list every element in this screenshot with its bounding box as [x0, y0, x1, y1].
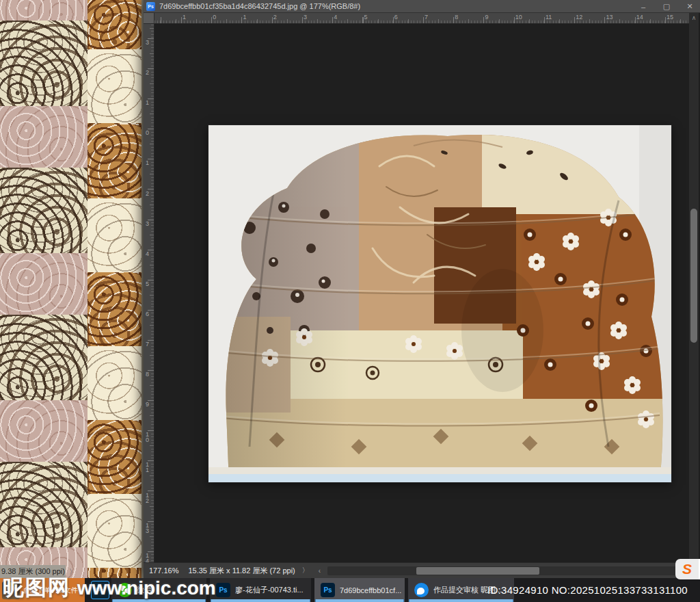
pattern-patch [88, 123, 142, 198]
sogou-s-icon: S [682, 561, 692, 577]
h-ruler-number: 8 [455, 14, 458, 21]
background-statusbar: 9.38 厘米 (300 ppi) 〉 [0, 565, 66, 578]
status-chevron-icon[interactable]: 〉 [302, 566, 309, 575]
psd-file-icon: Ps [146, 2, 155, 11]
v-ruler-number: 1 [146, 160, 149, 166]
v-ruler-number: 1 3 [146, 523, 149, 534]
pattern-patch [0, 0, 88, 21]
v-ruler-number: 8 [146, 371, 149, 377]
v-ruler-number: 1 0 [146, 432, 149, 443]
v-ruler-number: 3 [146, 221, 149, 226]
horizontal-ruler[interactable]: 10123456789101112131415 [154, 13, 689, 24]
h-ruler-number: 1 [243, 14, 247, 21]
v-ruler-number: 6 [146, 311, 149, 317]
taskbar-active-indicator [211, 599, 310, 602]
h-ruler-number: 2 [273, 14, 277, 21]
vertical-scrollbar-thumb[interactable] [690, 209, 697, 343]
titlebar[interactable]: Ps 7d69bceffbb01cf35ba1d4c86432745d.jpg … [144, 0, 700, 13]
pattern-patch [0, 253, 88, 315]
h-ruler-number: 7 [425, 14, 428, 21]
scroll-up-icon[interactable]: ∧ [689, 13, 699, 23]
wechat-icon [118, 583, 132, 597]
v-ruler-number: 1 1 [146, 462, 149, 473]
v-ruler-number: 9 [146, 402, 149, 407]
pattern-patch [88, 420, 142, 494]
vertical-ruler[interactable]: 32101234567891 01 11 21 31 4 [144, 24, 154, 562]
taskbar-item-label: 廖-花仙子-00743.ti... [235, 585, 304, 595]
h-ruler-number: 3 [304, 14, 307, 21]
v-ruler-number: 7 [146, 341, 149, 347]
h-ruler-number: 6 [394, 14, 398, 21]
document-image[interactable] [208, 125, 671, 482]
taskbar-item[interactable]: 微信 [111, 578, 206, 602]
taskbar-contact-item[interactable]: 多彩下单、发文件 [0, 578, 85, 602]
pattern-patch [88, 494, 142, 568]
v-ruler-number: 0 [146, 130, 149, 135]
h-ruler-number: 15 [667, 14, 673, 21]
window-title: 7d69bceffbb01cf35ba1d4c86432745d.jpg @ 1… [159, 2, 360, 10]
vertical-scrollbar[interactable]: ∧ [689, 13, 699, 562]
h-ruler-number: 4 [334, 14, 337, 21]
zoom-level[interactable]: 177.16% [149, 566, 178, 575]
desktop: 9.38 厘米 (300 ppi) 〉 Ps 7d69bceffbb01cf35… [0, 0, 700, 602]
qq-browser-icon [414, 583, 429, 597]
id-watermark: ID:34924910 NO:20251025133733131100 [487, 578, 688, 602]
h-ruler-number: 11 [546, 14, 552, 21]
pattern-patch [88, 49, 142, 123]
sogou-widget[interactable]: S [675, 559, 700, 579]
taskbar-item-label: 7d69bceffbb01cf... [340, 586, 401, 594]
ruler-corner[interactable] [144, 13, 154, 24]
pattern-patch [0, 21, 88, 106]
pattern-patch [88, 346, 142, 420]
ps-icon: Ps [321, 583, 335, 597]
taskbar-active-indicator [315, 599, 404, 602]
contact-label: 多彩下单、发文件 [23, 586, 78, 595]
taskbar-active-indicator [112, 599, 206, 602]
minimize-button[interactable]: – [637, 3, 649, 11]
h-ruler-number: 5 [364, 14, 368, 21]
horizontal-scrollbar-thumb[interactable] [416, 567, 539, 575]
chevron-icon[interactable]: 〉 [69, 567, 76, 577]
pattern-patch [0, 106, 88, 168]
horizontal-scrollbar[interactable] [327, 566, 685, 575]
taskbar-item[interactable]: Ps廖-花仙子-00743.ti... [210, 578, 311, 602]
pattern-patch [0, 168, 88, 253]
pattern-patch [0, 462, 88, 547]
pattern-patch [0, 315, 88, 400]
pattern-patch [88, 568, 142, 578]
canvas-area[interactable] [154, 24, 689, 562]
taskbar-item[interactable]: Ps7d69bceffbb01cf... [314, 578, 405, 602]
background-doc-size: 9.38 厘米 (300 ppi) [1, 566, 65, 577]
v-ruler-number: 4 [146, 251, 149, 257]
pattern-patch [88, 198, 142, 272]
taskbar: 多彩下单、发文件 Ps 微信Ps廖-花仙子-00743.ti...Ps7d69b… [0, 578, 700, 602]
v-ruler-number: 3 [146, 40, 149, 45]
h-ruler-number: 1 [183, 14, 186, 21]
h-ruler-number: 9 [485, 14, 489, 21]
v-ruler-number: 2 [146, 70, 149, 75]
ps-icon: Ps [216, 583, 230, 597]
pattern-patch [88, 272, 142, 346]
document-size: 15.35 厘米 x 11.82 厘米 (72 ppi) [188, 566, 295, 576]
scroll-left-icon[interactable]: ‹ [319, 567, 321, 575]
jacket-photo-illustration [208, 125, 671, 482]
taskbar-item-label: 微信 [137, 585, 152, 595]
h-ruler-number: 14 [636, 14, 643, 21]
taskbar-app-buttons: 微信Ps廖-花仙子-00743.ti...Ps7d69bceffbb01cf..… [111, 578, 514, 602]
v-ruler-number: 2 [146, 191, 149, 196]
h-ruler-number: 0 [213, 14, 216, 21]
background-document-pattern[interactable]: 9.38 厘米 (300 ppi) 〉 [0, 0, 144, 578]
h-ruler-number: 13 [606, 14, 613, 21]
statusbar: 177.16% 15.35 厘米 x 11.82 厘米 (72 ppi) 〉 ‹… [144, 562, 700, 578]
window-controls: – ▢ ✕ [637, 0, 696, 13]
h-ruler-number: 12 [576, 14, 582, 21]
v-ruler-number: 5 [146, 281, 149, 287]
taskbar-photoshop-pinned-icon[interactable]: Ps [91, 581, 109, 599]
pattern-patch [88, 0, 142, 49]
v-ruler-number: 1 [146, 100, 149, 105]
close-button[interactable]: ✕ [684, 2, 696, 11]
maximize-button[interactable]: ▢ [660, 2, 673, 11]
photoshop-window: Ps 7d69bceffbb01cf35ba1d4c86432745d.jpg … [144, 0, 700, 578]
avatar [2, 581, 20, 599]
h-ruler-number: 10 [515, 14, 522, 21]
